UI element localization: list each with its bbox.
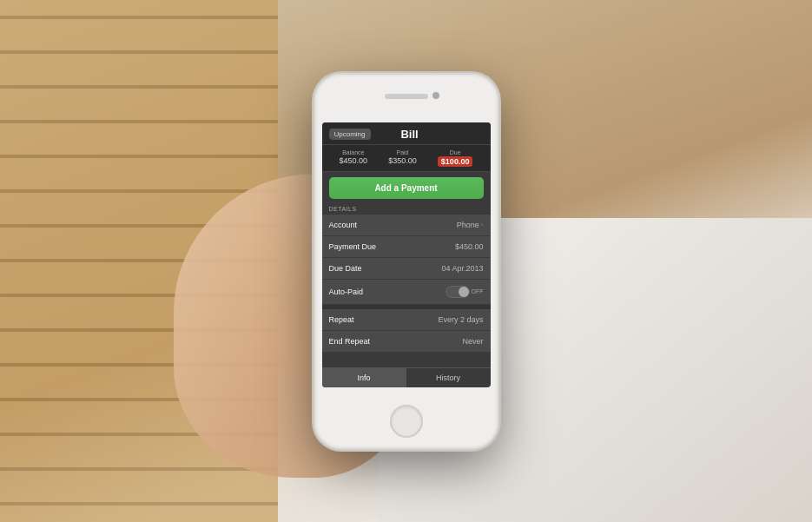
phone-wrapper: Upcoming Bill Balance $450.00 Paid $350.… — [315, 75, 498, 448]
toggle-label: OFF — [472, 288, 484, 294]
phone: Upcoming Bill Balance $450.00 Paid $350.… — [315, 75, 498, 448]
due-value: $100.00 — [438, 156, 473, 167]
balance-label: Balance — [342, 149, 364, 155]
account-value: Phone › — [457, 221, 484, 229]
payment-due-row[interactable]: Payment Due $450.00 — [322, 236, 491, 258]
end-repeat-row[interactable]: End Repeat Never — [322, 331, 491, 353]
auto-paid-key: Auto-Paid — [329, 287, 364, 296]
auto-paid-row[interactable]: Auto-Paid OFF — [322, 280, 491, 305]
due-label: Due — [450, 149, 461, 155]
due-date-value: 04 Apr.2013 — [441, 264, 483, 273]
repeat-value: Every 2 days — [438, 315, 483, 324]
end-repeat-key: End Repeat — [329, 337, 371, 346]
toggle-thumb — [459, 287, 469, 297]
camera — [432, 92, 439, 99]
phone-screen: Upcoming Bill Balance $450.00 Paid $350.… — [322, 122, 491, 387]
account-row[interactable]: Account Phone › — [322, 215, 491, 236]
paid-label: Paid — [396, 149, 408, 155]
chevron-icon: › — [481, 221, 484, 228]
due-date-key: Due Date — [329, 264, 362, 273]
home-button[interactable] — [390, 405, 423, 438]
app-header: Upcoming Bill — [322, 122, 491, 145]
paid-value: $350.00 — [388, 156, 417, 165]
balance-summary: Balance $450.00 — [340, 149, 368, 167]
tab-info[interactable]: Info — [322, 368, 406, 387]
payment-due-value: $450.00 — [455, 242, 484, 251]
paid-summary: Paid $350.00 — [388, 149, 417, 167]
auto-paid-toggle-container: OFF — [446, 286, 484, 298]
toggle-switch[interactable]: OFF — [446, 286, 484, 298]
tab-history[interactable]: History — [406, 368, 491, 387]
summary-bar: Balance $450.00 Paid $350.00 Due $100.00 — [322, 145, 491, 172]
app: Upcoming Bill Balance $450.00 Paid $350.… — [322, 122, 491, 387]
repeat-key: Repeat — [329, 315, 354, 324]
due-summary: Due $100.00 — [438, 149, 473, 167]
payment-due-key: Payment Due — [329, 242, 377, 251]
end-repeat-value: Never — [462, 337, 483, 346]
due-date-row[interactable]: Due Date 04 Apr.2013 — [322, 258, 491, 280]
toggle-track — [446, 286, 470, 298]
details-section-label: DETAILS — [322, 204, 491, 215]
account-key: Account — [329, 221, 358, 229]
balance-value: $450.00 — [340, 156, 368, 165]
speaker — [385, 94, 428, 99]
add-payment-button[interactable]: Add a Payment — [329, 177, 484, 199]
upcoming-button[interactable]: Upcoming — [329, 129, 371, 140]
bottom-tabs: Info History — [322, 367, 491, 387]
app-title: Bill — [400, 128, 418, 141]
repeat-row[interactable]: Repeat Every 2 days — [322, 309, 491, 331]
